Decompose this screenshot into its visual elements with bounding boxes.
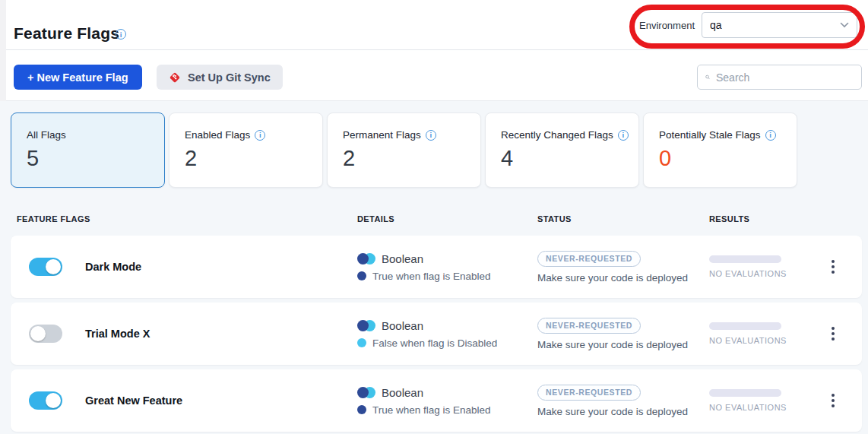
flag-toggle[interactable] — [29, 325, 62, 343]
info-icon[interactable] — [618, 130, 629, 141]
environment-value: qa — [710, 19, 722, 31]
flag-toggle[interactable] — [29, 258, 62, 276]
flag-type: Boolean — [382, 252, 423, 265]
table-row[interactable]: Great New Feature Boolean True when flag… — [11, 369, 862, 432]
boolean-type-icon — [357, 387, 375, 398]
status-badge: NEVER-REQUESTED — [537, 251, 641, 267]
evaluations-progress-bar — [709, 322, 781, 330]
boolean-type-icon — [357, 253, 375, 265]
row-menu-button[interactable] — [827, 389, 839, 412]
page-title: Feature Flags — [14, 24, 119, 43]
toolbar: + New Feature Flag Set Up Git Sync — [0, 50, 868, 101]
stat-label: Enabled Flags — [185, 129, 250, 141]
status-text: Make sure your code is deployed — [537, 339, 688, 350]
set-up-git-sync-button[interactable]: Set Up Git Sync — [157, 65, 283, 90]
environment-label: Environment — [639, 20, 695, 31]
rule-dot-icon — [357, 338, 366, 347]
flag-name[interactable]: Great New Feature — [85, 394, 182, 407]
stat-label: Permanent Flags — [343, 129, 421, 141]
evaluations-progress-bar — [709, 255, 781, 263]
sidebar-edge — [0, 0, 6, 101]
table-header: FEATURE FLAGS DETAILS STATUS RESULTS — [11, 214, 862, 223]
status-text: Make sure your code is deployed — [537, 406, 688, 417]
row-menu-button[interactable] — [827, 322, 839, 345]
column-header-results: RESULTS — [709, 214, 862, 223]
stat-value: 4 — [501, 146, 638, 171]
info-icon[interactable] — [765, 130, 776, 141]
stat-card-permanent-flags[interactable]: Permanent Flags 2 — [327, 112, 481, 188]
column-header-details: DETAILS — [357, 214, 537, 223]
flag-rule: False when flag is Disabled — [372, 337, 497, 349]
stat-cards: All Flags 5 Enabled Flags 2 Permanent Fl… — [11, 112, 797, 188]
status-text: Make sure your code is deployed — [537, 272, 688, 284]
git-icon — [169, 71, 181, 84]
flag-name[interactable]: Trial Mode X — [85, 328, 150, 340]
flag-name[interactable]: Dark Mode — [85, 261, 141, 273]
column-header-feature-flags: FEATURE FLAGS — [11, 214, 357, 223]
table-row[interactable]: Dark Mode Boolean True when flag is Enab… — [11, 236, 862, 298]
flag-rule: True when flag is Enabled — [372, 271, 491, 282]
stat-card-all-flags[interactable]: All Flags 5 — [11, 112, 165, 188]
info-icon[interactable] — [255, 130, 265, 141]
flag-type: Boolean — [382, 386, 423, 399]
flag-type: Boolean — [382, 319, 423, 332]
table-row[interactable]: Trial Mode X Boolean False when flag is … — [11, 303, 862, 365]
stat-value: 2 — [185, 146, 322, 171]
environment-picker: Environment qa — [639, 12, 857, 38]
stat-label: Potentially Stale Flags — [659, 129, 761, 141]
new-feature-flag-label: + New Feature Flag — [27, 71, 128, 84]
chevron-down-icon — [840, 22, 849, 28]
stat-card-potentially-stale-flags[interactable]: Potentially Stale Flags 0 — [643, 112, 797, 188]
evaluations-progress-bar — [709, 389, 781, 397]
search-box — [697, 65, 862, 90]
content-section: All Flags 5 Enabled Flags 2 Permanent Fl… — [0, 101, 868, 434]
stat-label: Recently Changed Flags — [501, 129, 613, 141]
boolean-type-icon — [357, 320, 375, 331]
status-badge: NEVER-REQUESTED — [537, 385, 641, 401]
stat-value: 5 — [27, 146, 164, 171]
info-icon[interactable] — [426, 130, 436, 141]
search-icon — [705, 71, 710, 83]
row-menu-button[interactable] — [827, 255, 839, 278]
page-header: Feature Flags Environment qa — [0, 0, 868, 50]
column-header-status: STATUS — [537, 214, 709, 223]
new-feature-flag-button[interactable]: + New Feature Flag — [14, 65, 142, 90]
flag-toggle[interactable] — [29, 391, 62, 410]
environment-select[interactable]: qa — [702, 12, 857, 38]
stat-card-enabled-flags[interactable]: Enabled Flags 2 — [169, 112, 323, 188]
title-info-icon[interactable] — [116, 29, 126, 40]
status-badge: NEVER-REQUESTED — [537, 318, 641, 334]
rule-dot-icon — [357, 405, 366, 414]
flag-rows: Dark Mode Boolean True when flag is Enab… — [11, 236, 862, 432]
stat-card-recently-changed-flags[interactable]: Recently Changed Flags 4 — [485, 112, 639, 188]
git-sync-label: Set Up Git Sync — [188, 71, 271, 84]
flag-rule: True when flag is Enabled — [372, 404, 491, 416]
stat-label: All Flags — [27, 129, 66, 141]
stat-value: 0 — [659, 146, 797, 171]
search-input[interactable] — [716, 71, 854, 84]
stat-value: 2 — [343, 146, 480, 171]
rule-dot-icon — [357, 271, 366, 280]
